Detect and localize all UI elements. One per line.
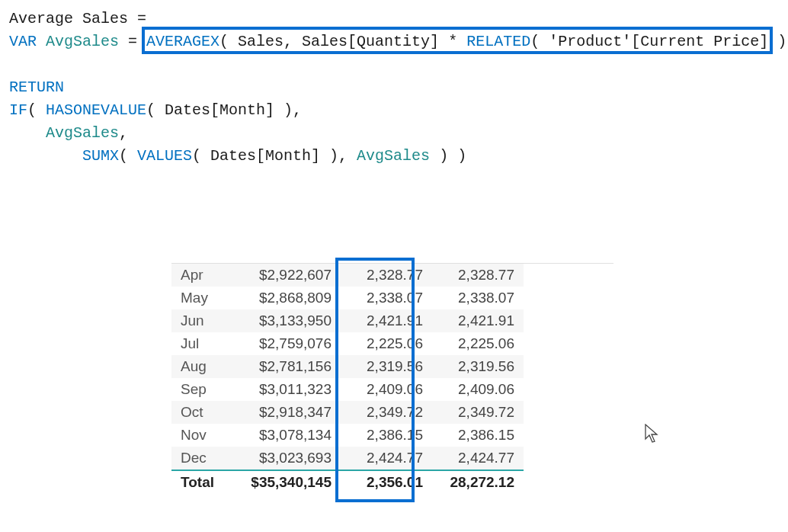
total-avg1: 2,356.01 xyxy=(341,470,432,494)
avg1-cell: 2,349.72 xyxy=(341,401,432,424)
total-label: Total xyxy=(171,470,226,494)
var-ref: AvgSales xyxy=(357,147,430,165)
avg2-cell: 2,338.07 xyxy=(432,287,524,309)
result-table[interactable]: Apr $2,922,607 2,328.77 2,328.77 May $2,… xyxy=(171,263,613,494)
fn-averagex: AVERAGEX xyxy=(146,33,219,50)
month-cell: Oct xyxy=(171,401,226,424)
sales-cell: $3,133,950 xyxy=(226,309,341,332)
avg1-cell: 2,225.06 xyxy=(341,332,432,355)
month-cell: May xyxy=(171,287,226,309)
sales-cell: $3,078,134 xyxy=(226,424,341,447)
table-row[interactable]: Nov $3,078,134 2,386.15 2,386.15 xyxy=(171,424,524,447)
args: ( Sales, Sales[Quantity] * xyxy=(219,33,466,50)
month-cell: Apr xyxy=(171,264,226,287)
table-row[interactable]: Oct $2,918,347 2,349.72 2,349.72 xyxy=(171,401,524,424)
fn-values: VALUES xyxy=(137,147,192,165)
avg2-cell: 2,225.06 xyxy=(432,332,524,355)
dax-formula-editor[interactable]: Average Sales = VAR AvgSales = AVERAGEX(… xyxy=(0,0,788,183)
avg2-cell: 2,386.15 xyxy=(432,424,524,447)
table-row[interactable]: Dec $3,023,693 2,424.77 2,424.77 xyxy=(171,447,524,470)
sales-cell: $3,011,323 xyxy=(226,378,341,401)
table-row[interactable]: Aug $2,781,156 2,319.56 2,319.56 xyxy=(171,355,524,378)
sales-cell: $3,023,693 xyxy=(226,447,341,470)
avg2-cell: 2,409.06 xyxy=(432,378,524,401)
month-cell: Dec xyxy=(171,447,226,470)
avg1-cell: 2,386.15 xyxy=(341,424,432,447)
cursor-icon xyxy=(645,424,660,444)
equals-sign: = xyxy=(119,33,146,50)
month-cell: Sep xyxy=(171,378,226,401)
comma: , xyxy=(119,124,128,142)
sales-cell: $2,781,156 xyxy=(226,355,341,378)
avg1-cell: 2,328.77 xyxy=(341,264,432,287)
paren-open: ( xyxy=(119,147,137,165)
fn-if: IF xyxy=(9,101,27,119)
avg1-cell: 2,421.91 xyxy=(341,309,432,332)
indent xyxy=(9,147,82,165)
var-keyword: VAR xyxy=(9,33,37,50)
sales-cell: $2,759,076 xyxy=(226,332,341,355)
fn-related: RELATED xyxy=(466,33,530,50)
month-cell: Jul xyxy=(171,332,226,355)
month-cell: Nov xyxy=(171,424,226,447)
table-row[interactable]: May $2,868,809 2,338.07 2,338.07 xyxy=(171,287,524,309)
return-keyword: RETURN xyxy=(9,79,64,96)
args-close: ) ) xyxy=(430,147,466,165)
avg1-cell: 2,424.77 xyxy=(341,447,432,470)
args: ( Dates[Month] ), xyxy=(146,101,302,119)
sales-cell: $2,922,607 xyxy=(226,264,341,287)
fn-hasonevalue: HASONEVALUE xyxy=(46,101,146,119)
paren-open: ( xyxy=(27,101,46,119)
var-ref: AvgSales xyxy=(9,124,119,142)
avg1-cell: 2,409.06 xyxy=(341,378,432,401)
var-name: AvgSales xyxy=(37,33,119,50)
total-avg2: 28,272.12 xyxy=(432,470,524,494)
avg2-cell: 2,424.77 xyxy=(432,447,524,470)
sales-cell: $2,868,809 xyxy=(226,287,341,309)
table-total-row[interactable]: Total $35,340,145 2,356.01 28,272.12 xyxy=(171,470,524,494)
avg1-cell: 2,338.07 xyxy=(341,287,432,309)
equals-sign: = xyxy=(128,10,155,27)
table-row[interactable]: Jun $3,133,950 2,421.91 2,421.91 xyxy=(171,309,524,332)
fn-sumx: SUMX xyxy=(82,147,119,165)
avg2-cell: 2,349.72 xyxy=(432,401,524,424)
month-cell: Aug xyxy=(171,355,226,378)
sales-cell: $2,918,347 xyxy=(226,401,341,424)
avg2-cell: 2,319.56 xyxy=(432,355,524,378)
total-sales: $35,340,145 xyxy=(226,470,341,494)
table-row[interactable]: Sep $3,011,323 2,409.06 2,409.06 xyxy=(171,378,524,401)
table-row[interactable]: Jul $2,759,076 2,225.06 2,225.06 xyxy=(171,332,524,355)
avg2-cell: 2,421.91 xyxy=(432,309,524,332)
args: ( Dates[Month] ), xyxy=(192,147,357,165)
measure-name: Average Sales xyxy=(9,10,128,27)
avg2-cell: 2,328.77 xyxy=(432,264,524,287)
month-cell: Jun xyxy=(171,309,226,332)
avg1-cell: 2,319.56 xyxy=(341,355,432,378)
table-row[interactable]: Apr $2,922,607 2,328.77 2,328.77 xyxy=(171,264,524,287)
args-close: ( 'Product'[Current Price] ) ) xyxy=(530,33,788,50)
